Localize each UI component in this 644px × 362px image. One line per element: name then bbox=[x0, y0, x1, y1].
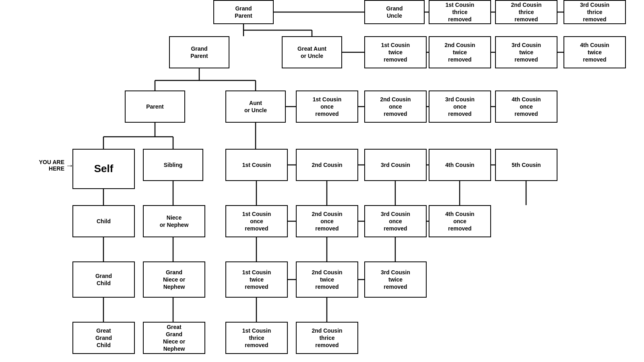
node-grand-niece-nephew: GrandNiece orNephew bbox=[143, 261, 205, 298]
node-4c1r-row5: 4th Cousinonceremoved bbox=[429, 205, 491, 237]
node-2c3r-top: 2nd Cousinthriceremoved bbox=[495, 0, 557, 24]
node-4c1r-row3: 4th Cousinonceremoved bbox=[495, 90, 557, 123]
node-2nd-cousin: 2nd Cousin bbox=[296, 149, 358, 181]
family-chart: YOU AREHERE → GrandParentGrandUncle1st C… bbox=[0, 0, 644, 362]
node-1c3r-top: 1st Cousinthriceremoved bbox=[429, 0, 491, 24]
node-great-grandparent: GrandParent bbox=[213, 0, 274, 24]
node-3c1r-row3: 3rd Cousinonceremoved bbox=[429, 90, 491, 123]
node-parent: Parent bbox=[125, 90, 185, 123]
node-niece-nephew: Nieceor Nephew bbox=[143, 205, 205, 237]
node-great-grand-niece: GreatGrandNiece orNephew bbox=[143, 322, 205, 354]
node-1c3r-row7: 1st Cousinthriceremoved bbox=[225, 322, 288, 354]
node-great-aunt-uncle: Great Auntor Uncle bbox=[282, 36, 342, 68]
node-1c1r-row3: 1st Cousinonceremoved bbox=[296, 90, 358, 123]
node-3rd-cousin: 3rd Cousin bbox=[364, 149, 427, 181]
node-great-granduncle: GrandUncle bbox=[364, 0, 425, 24]
node-child: Child bbox=[72, 205, 135, 237]
node-2c2r-row6: 2nd Cousintwiceremoved bbox=[296, 261, 358, 298]
node-4th-cousin: 4th Cousin bbox=[429, 149, 491, 181]
node-2c3r-row7: 2nd Cousinthriceremoved bbox=[296, 322, 358, 354]
node-self: Self bbox=[72, 149, 135, 189]
node-grandchild: GrandChild bbox=[72, 261, 135, 298]
node-3c3r-top: 3rd Cousinthriceremoved bbox=[564, 0, 626, 24]
node-2c1r-row3: 2nd Cousinonceremoved bbox=[364, 90, 427, 123]
node-3c2r-row6: 3rd Cousintwiceremoved bbox=[364, 261, 427, 298]
node-great-grandchild: GreatGrandChild bbox=[72, 322, 135, 354]
node-grandparent: GrandParent bbox=[169, 36, 229, 68]
node-1c2r-row2: 1st Cousintwiceremoved bbox=[364, 36, 427, 68]
node-sibling: Sibling bbox=[143, 149, 203, 181]
node-2c1r-row5: 2nd Cousinonceremoved bbox=[296, 205, 358, 237]
node-1c2r-row6: 1st Cousintwiceremoved bbox=[225, 261, 288, 298]
node-1st-cousin: 1st Cousin bbox=[225, 149, 288, 181]
you-are-here-label: YOU AREHERE bbox=[12, 159, 64, 172]
node-3c1r-row5: 3rd Cousinonceremoved bbox=[364, 205, 427, 237]
node-5th-cousin: 5th Cousin bbox=[495, 149, 557, 181]
node-1c1r-row5: 1st Cousinonceremoved bbox=[225, 205, 288, 237]
node-3c2r-row2: 3rd Cousintwiceremoved bbox=[495, 36, 557, 68]
node-2c2r-row2: 2nd Cousintwiceremoved bbox=[429, 36, 491, 68]
node-4c2r-row2: 4th Cousintwiceremoved bbox=[564, 36, 626, 68]
node-aunt-uncle: Auntor Uncle bbox=[225, 90, 286, 123]
